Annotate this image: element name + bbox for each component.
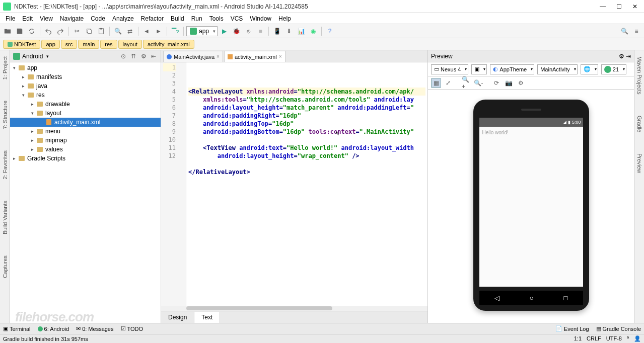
menu-vcs[interactable]: VCS (227, 14, 247, 24)
breadcrumb-item[interactable]: res (100, 40, 117, 49)
orientation-combo[interactable]: ▣ (471, 64, 487, 74)
breadcrumb-item[interactable]: main (78, 40, 99, 49)
run-button[interactable]: ▶ (219, 26, 230, 37)
locale-combo[interactable]: 🌐 (581, 64, 598, 74)
side-tab[interactable]: 7: Structure (1, 98, 9, 132)
sdk-button[interactable]: ⬇ (283, 26, 295, 37)
side-tab[interactable]: Captures (1, 252, 9, 281)
tree-folder[interactable]: ▸drawable (10, 100, 161, 109)
redo-button[interactable] (55, 26, 66, 37)
zoom-in-icon[interactable]: 🔍+ (461, 78, 471, 88)
terminal-tab[interactable]: ▣ Terminal (3, 325, 31, 332)
breadcrumb-item[interactable]: activity_main.xml (143, 40, 194, 49)
project-tree[interactable]: ▾app▸manifests▸java▾res▸drawable▾layouta… (10, 62, 161, 323)
debug-button[interactable]: 🐞 (231, 26, 242, 37)
undo-button[interactable] (43, 26, 54, 37)
menu-refactor[interactable]: Refactor (137, 14, 167, 24)
side-tab[interactable]: 2: Favorites (1, 147, 9, 182)
menu-build[interactable]: Build (167, 14, 188, 24)
zoom-fit-icon[interactable]: ⤢ (443, 78, 453, 88)
tree-folder[interactable]: ▸java (10, 81, 161, 91)
tree-folder[interactable]: ▸mipmap (10, 136, 161, 145)
device-combo[interactable]: ▭Nexus 4 (431, 64, 468, 74)
screenshot-icon[interactable]: 📷 (504, 78, 514, 88)
inspection-indicator[interactable]: 👤 (634, 335, 641, 342)
find-button[interactable]: 🔍 (112, 26, 123, 37)
side-tab[interactable]: Maven Projects (635, 53, 643, 98)
tree-folder[interactable]: ▾res (10, 91, 161, 100)
close-tab-icon[interactable]: × (279, 54, 282, 59)
menu-analyze[interactable]: Analyze (109, 14, 137, 24)
tree-folder[interactable]: ▾layout (10, 109, 161, 118)
file-encoding[interactable]: UTF-8 (606, 335, 622, 342)
preview-options-icon[interactable]: ⚙ (516, 78, 526, 88)
editor-tab[interactable]: activity_main.xml× (224, 51, 285, 62)
menu-edit[interactable]: Edit (19, 14, 36, 24)
menu-window[interactable]: Window (246, 14, 275, 24)
breadcrumb-item[interactable]: src (61, 40, 78, 49)
stop-button[interactable]: ■ (255, 26, 266, 37)
tree-folder[interactable]: ▸manifests (10, 72, 161, 81)
minimize-button[interactable]: — (597, 3, 609, 11)
paste-button[interactable] (96, 26, 107, 37)
menu-tools[interactable]: Tools (206, 14, 227, 24)
breadcrumb-item[interactable]: app (41, 40, 59, 49)
activity-combo[interactable]: MainActivity (537, 64, 578, 74)
back-button[interactable]: ◄ (141, 26, 152, 37)
preview-hide-icon[interactable]: ⇥ (626, 53, 631, 60)
zoom-out-icon[interactable]: 🔍- (473, 78, 483, 88)
copy-button[interactable] (84, 26, 95, 37)
scroll-source-icon[interactable]: ⊙ (119, 52, 127, 60)
tree-folder[interactable]: ▾app (10, 63, 161, 72)
android-tab[interactable]: 6: Android (38, 326, 69, 332)
line-separator[interactable]: CRLF (587, 335, 601, 342)
editor-tab[interactable]: MainActivity.java× (163, 51, 223, 62)
settings-dropdown-icon[interactable]: ≡ (631, 26, 642, 37)
monitor-button[interactable]: 📊 (296, 26, 307, 37)
todo-tab[interactable]: ☑ TODO (121, 325, 144, 332)
help-button[interactable]: ? (324, 26, 335, 37)
theme-combo[interactable]: ◐AppTheme (490, 64, 534, 74)
side-tab[interactable]: 1: Project (1, 53, 9, 82)
open-button[interactable] (2, 26, 13, 37)
tree-folder[interactable]: ▸values (10, 145, 161, 154)
editor-hscroll[interactable] (161, 306, 427, 311)
preview-settings-icon[interactable]: ⚙ (619, 53, 624, 60)
make-button[interactable]: ▔▿ (170, 26, 181, 37)
side-tab[interactable]: Build Variants (1, 198, 9, 237)
refresh-icon[interactable]: ⟳ (491, 78, 502, 88)
api-combo[interactable]: 21 (601, 64, 626, 74)
project-view-combo[interactable]: Android ▾ (13, 53, 117, 60)
breadcrumb-item[interactable]: layout (118, 40, 142, 49)
search-everywhere-button[interactable]: 🔍 (619, 26, 630, 37)
run-config-combo[interactable]: app (186, 26, 218, 36)
breadcrumb-item[interactable]: NDKTest (3, 40, 40, 49)
menu-run[interactable]: Run (188, 14, 206, 24)
sync-button[interactable] (26, 26, 37, 37)
forward-button[interactable]: ► (153, 26, 164, 37)
side-tab[interactable]: Gradle (635, 113, 643, 135)
render-mode-icon[interactable]: ▦ (431, 78, 441, 88)
attach-button[interactable]: ⎋ (243, 26, 254, 37)
text-tab[interactable]: Text (194, 312, 220, 323)
event-log-tab[interactable]: 📄 Event Log (555, 325, 589, 332)
tree-folder[interactable]: ▸Gradle Scripts (10, 154, 161, 163)
close-button[interactable]: ✕ (629, 3, 641, 11)
close-tab-icon[interactable]: × (217, 54, 220, 59)
android-icon[interactable]: ◉ (308, 26, 319, 37)
collapse-all-icon[interactable]: ⇈ (129, 52, 137, 60)
tree-folder[interactable]: ▸menu (10, 127, 161, 136)
menu-help[interactable]: Help (275, 14, 295, 24)
hide-panel-icon[interactable]: ⇤ (150, 52, 158, 60)
save-button[interactable] (14, 26, 25, 37)
menu-file[interactable]: File (2, 14, 19, 24)
editor-body[interactable]: 123456789101112 ↖ <RelativeLayout xmlns:… (161, 62, 427, 306)
cut-button[interactable]: ✂ (71, 26, 83, 37)
side-tab[interactable]: Preview (635, 150, 643, 176)
context-indicator[interactable]: ª (627, 335, 629, 342)
maximize-button[interactable]: ☐ (613, 3, 625, 11)
project-settings-icon[interactable]: ⚙ (139, 52, 148, 60)
design-tab[interactable]: Design (161, 312, 194, 323)
menu-navigate[interactable]: Navigate (56, 14, 87, 24)
menu-view[interactable]: View (36, 14, 56, 24)
